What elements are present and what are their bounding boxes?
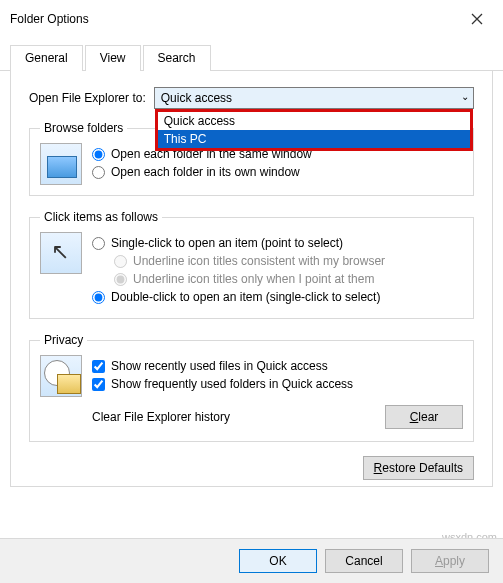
browse-folders-legend: Browse folders	[40, 121, 127, 135]
radio-own-window[interactable]	[92, 166, 105, 179]
radio-underline-browser-row: Underline icon titles consistent with my…	[114, 254, 463, 268]
dialog-footer: OK Cancel Apply	[0, 538, 503, 583]
radio-single-click[interactable]	[92, 237, 105, 250]
close-icon	[471, 13, 483, 25]
tab-general[interactable]: General	[10, 45, 83, 71]
check-recent-files-label: Show recently used files in Quick access	[111, 359, 328, 373]
privacy-icon	[40, 355, 82, 397]
privacy-legend: Privacy	[40, 333, 87, 347]
radio-own-window-row[interactable]: Open each folder in its own window	[92, 165, 463, 179]
clear-history-label: Clear File Explorer history	[92, 410, 230, 424]
dropdown-item-this-pc[interactable]: This PC	[158, 130, 470, 148]
title-bar: Folder Options	[0, 0, 503, 38]
radio-underline-point-row: Underline icon titles only when I point …	[114, 272, 463, 286]
radio-single-click-label: Single-click to open an item (point to s…	[111, 236, 343, 250]
cursor-icon	[40, 232, 82, 274]
check-frequent-folders-row[interactable]: Show frequently used folders in Quick ac…	[92, 377, 463, 391]
check-frequent-folders[interactable]	[92, 378, 105, 391]
ok-button[interactable]: OK	[239, 549, 317, 573]
folders-icon	[40, 143, 82, 185]
radio-underline-browser-label: Underline icon titles consistent with my…	[133, 254, 385, 268]
open-explorer-combo[interactable]: Quick access ⌄ Quick access This PC	[154, 87, 474, 109]
radio-own-window-label: Open each folder in its own window	[111, 165, 300, 179]
click-items-legend: Click items as follows	[40, 210, 162, 224]
tab-search[interactable]: Search	[143, 45, 211, 71]
radio-underline-point	[114, 273, 127, 286]
click-items-group: Click items as follows Single-click to o…	[29, 210, 474, 319]
radio-double-click[interactable]	[92, 291, 105, 304]
radio-single-click-row[interactable]: Single-click to open an item (point to s…	[92, 236, 463, 250]
cancel-button[interactable]: Cancel	[325, 549, 403, 573]
check-recent-files-row[interactable]: Show recently used files in Quick access	[92, 359, 463, 373]
radio-same-window[interactable]	[92, 148, 105, 161]
clear-button[interactable]: Clear	[385, 405, 463, 429]
close-button[interactable]	[459, 8, 495, 30]
general-panel: Open File Explorer to: Quick access ⌄ Qu…	[10, 71, 493, 487]
dropdown-item-quick-access[interactable]: Quick access	[158, 112, 470, 130]
tab-strip: General View Search	[0, 44, 503, 71]
open-explorer-label: Open File Explorer to:	[29, 91, 146, 105]
restore-defaults-button[interactable]: Restore Defaults	[363, 456, 474, 480]
open-explorer-row: Open File Explorer to: Quick access ⌄ Qu…	[29, 87, 474, 109]
radio-double-click-row[interactable]: Double-click to open an item (single-cli…	[92, 290, 463, 304]
chevron-down-icon: ⌄	[461, 91, 469, 102]
check-recent-files[interactable]	[92, 360, 105, 373]
tab-view[interactable]: View	[85, 45, 141, 71]
combo-selected-text: Quick access	[161, 91, 232, 105]
check-frequent-folders-label: Show frequently used folders in Quick ac…	[111, 377, 353, 391]
window-title: Folder Options	[10, 12, 89, 26]
radio-double-click-label: Double-click to open an item (single-cli…	[111, 290, 380, 304]
privacy-group: Privacy Show recently used files in Quic…	[29, 333, 474, 442]
apply-button[interactable]: Apply	[411, 549, 489, 573]
open-explorer-dropdown: Quick access This PC	[155, 109, 473, 151]
radio-underline-browser	[114, 255, 127, 268]
radio-underline-point-label: Underline icon titles only when I point …	[133, 272, 374, 286]
